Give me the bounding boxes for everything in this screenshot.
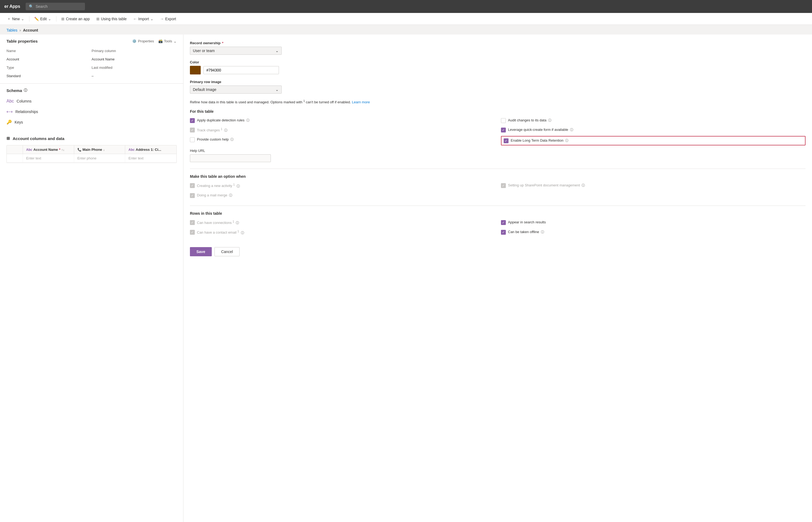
app-title: er Apps (4, 4, 20, 9)
option-quick-create: ✓ Leverage quick-create form if availabl… (501, 126, 806, 134)
option-search-results-label: Appear in search results (508, 220, 546, 225)
color-section: Color (190, 60, 806, 75)
search-results-check-icon: ✓ (502, 221, 505, 224)
checkbox-offline[interactable]: ✓ (501, 230, 506, 235)
option-custom-help-label: Provide custom help ⓘ (197, 137, 234, 142)
td-enter-text-1[interactable]: Enter text (23, 154, 74, 162)
long-term-info-icon[interactable]: ⓘ (565, 139, 568, 142)
mail-merge-check-icon: ✓ (191, 194, 194, 198)
option-connections: ✓ Can have connections 1 ⓘ (190, 219, 494, 227)
table-props-title: Table properties (6, 39, 38, 43)
th-empty (7, 145, 23, 154)
check-icon: ✓ (191, 119, 194, 122)
td-enter-phone[interactable]: Enter phone (74, 154, 125, 162)
th-account-name[interactable]: Abc Account Name * ↑↓ (23, 145, 74, 154)
new-activity-info-icon[interactable]: ⓘ (237, 184, 240, 188)
checkbox-duplicate[interactable]: ✓ (190, 118, 195, 123)
contact-email-info-icon[interactable]: ⓘ (241, 231, 244, 235)
learn-more-link[interactable]: Learn more (352, 100, 370, 104)
table-properties-section: Table properties ⚙️ Properties 🗃️ Tools … (0, 35, 183, 84)
audit-info-icon[interactable]: ⓘ (548, 118, 551, 122)
tools-link[interactable]: 🗃️ Tools (158, 39, 177, 43)
edit-chevron-icon (48, 17, 51, 21)
table-props-header: Table properties ⚙️ Properties 🗃️ Tools (6, 39, 177, 43)
checkbox-mail-merge: ✓ (190, 193, 195, 198)
track-info-icon[interactable]: ⓘ (224, 128, 227, 132)
using-table-button[interactable]: ⊞ Using this table (94, 15, 129, 23)
new-activity-check-icon: ✓ (191, 184, 194, 187)
color-swatch[interactable] (190, 66, 201, 75)
make-option-grid: ✓ Creating a new activity 1 ⓘ ✓ Setting … (190, 182, 806, 199)
keys-icon: 🔑 (6, 120, 12, 125)
image-chevron-icon: ⌄ (276, 87, 279, 92)
quick-create-info-icon[interactable]: ⓘ (570, 128, 573, 132)
command-bar: ＋ New ✏️ Edit ⊞ Create an app ⊞ Using th… (0, 13, 812, 25)
columns-section: ⊞ Account columns and data Abc Account N… (0, 132, 183, 167)
checkbox-quick-create[interactable]: ✓ (501, 127, 506, 133)
help-url-input[interactable] (190, 154, 271, 162)
table-row: Enter text Enter phone Enter text (7, 154, 177, 163)
right-panel: Record ownership * User or team ⌄ Color … (183, 35, 812, 522)
name-label: Name (6, 48, 92, 54)
option-duplicate-label: Apply duplicate detection rules ⓘ (197, 118, 249, 123)
columns-icon: Abc (6, 99, 14, 104)
schema-relationships[interactable]: ⟷ Relationships (0, 106, 183, 117)
option-audit: Audit changes to its data ⓘ (501, 117, 806, 124)
last-modified-value: – (92, 73, 177, 79)
edit-button[interactable]: ✏️ Edit (32, 15, 54, 23)
th-address[interactable]: Abc Address 1: Ci... (125, 145, 177, 154)
track-check-icon: ✓ (191, 128, 194, 132)
search-input[interactable] (36, 4, 81, 8)
duplicate-info-icon[interactable]: ⓘ (246, 118, 249, 122)
breadcrumb-separator: › (19, 28, 21, 33)
checkbox-audit[interactable] (501, 118, 506, 123)
custom-help-info-icon[interactable]: ⓘ (230, 138, 234, 141)
breadcrumb-tables[interactable]: Tables (6, 28, 17, 33)
mail-merge-info-icon[interactable]: ⓘ (229, 194, 232, 197)
section-divider-1 (190, 168, 806, 169)
primary-row-image-select[interactable]: Default Image ⌄ (190, 85, 282, 94)
properties-link[interactable]: ⚙️ Properties (132, 39, 154, 43)
primary-row-image-group: Primary row image Default Image ⌄ (190, 80, 806, 94)
rows-section: Rows in this table ✓ Can have connection… (190, 211, 806, 236)
schema-keys[interactable]: 🔑 Keys (0, 117, 183, 127)
offline-info-icon[interactable]: ⓘ (541, 230, 544, 234)
required-marker: * (222, 41, 223, 45)
option-new-activity: ✓ Creating a new activity 1 ⓘ (190, 182, 494, 189)
option-contact-email-label: Can have a contact email 1 ⓘ (197, 229, 244, 235)
plus-icon: ＋ (7, 17, 11, 21)
th-main-phone[interactable]: 📞 Main Phone ↓ (74, 145, 125, 154)
search-icon: 🔍 (29, 4, 34, 8)
top-bar: er Apps 🔍 (0, 0, 812, 13)
left-panel: Table properties ⚙️ Properties 🗃️ Tools … (0, 35, 183, 522)
option-audit-label: Audit changes to its data ⓘ (508, 118, 551, 123)
table-icon: ⊞ (96, 17, 100, 21)
checkbox-custom-help[interactable] (190, 137, 195, 142)
ownership-chevron-icon: ⌄ (276, 48, 279, 53)
section-divider-2 (190, 205, 806, 206)
import-button[interactable]: ← Import (130, 15, 157, 23)
for-this-table-options: ✓ Apply duplicate detection rules ⓘ Audi… (190, 117, 806, 146)
new-button[interactable]: ＋ New (4, 15, 27, 23)
save-button[interactable]: Save (190, 247, 212, 256)
option-search-results: ✓ Appear in search results (501, 219, 806, 227)
color-input[interactable] (203, 66, 279, 74)
make-option-section: Make this table an option when ✓ Creatin… (190, 174, 806, 199)
checkbox-long-term[interactable]: ✓ (504, 138, 508, 143)
option-sharepoint: ✓ Setting up SharePoint document managem… (501, 182, 806, 189)
td-enter-text-2[interactable]: Enter text (125, 154, 177, 162)
record-ownership-select[interactable]: User or team ⌄ (190, 47, 282, 55)
cancel-button[interactable]: Cancel (215, 247, 240, 256)
connections-info-icon[interactable]: ⓘ (236, 221, 239, 225)
sharepoint-info-icon[interactable]: ⓘ (582, 183, 585, 187)
search-box[interactable]: 🔍 (26, 3, 85, 10)
quick-create-check-icon: ✓ (502, 128, 505, 132)
option-track-label: Track changes 1 ⓘ (197, 127, 227, 133)
sharepoint-check-icon: ✓ (502, 184, 505, 187)
export-button[interactable]: → Export (157, 15, 179, 23)
option-offline-label: Can be taken offline ⓘ (508, 229, 544, 235)
checkbox-search-results[interactable]: ✓ (501, 220, 506, 225)
create-app-button[interactable]: ⊞ Create an app (59, 15, 93, 23)
for-this-table-title: For this table (190, 109, 806, 114)
schema-columns[interactable]: Abc Columns (0, 96, 183, 106)
